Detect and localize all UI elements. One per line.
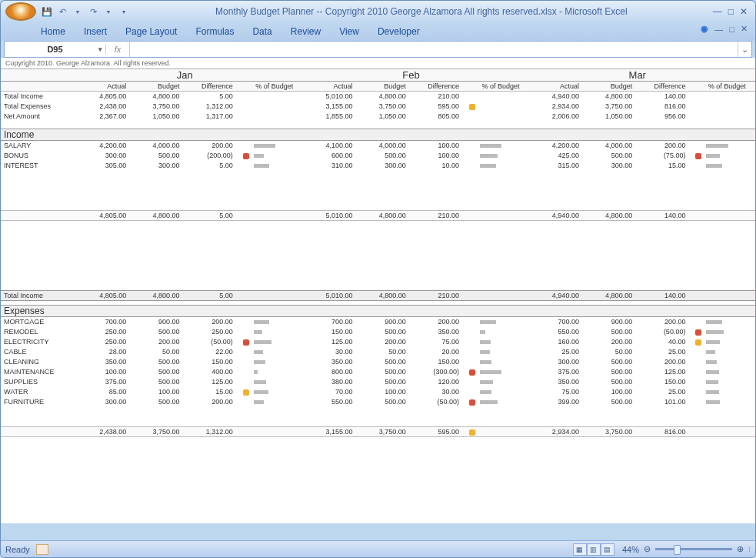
- cell[interactable]: 956.00: [635, 112, 688, 122]
- zoom-level[interactable]: 44%: [622, 545, 639, 554]
- cell[interactable]: 30.00: [302, 347, 355, 357]
- cell[interactable]: [688, 357, 704, 367]
- cell[interactable]: [462, 291, 478, 301]
- cell[interactable]: [478, 397, 523, 407]
- cell[interactable]: 120.00: [409, 377, 462, 387]
- cell[interactable]: [462, 387, 478, 397]
- cell[interactable]: 100.00: [582, 387, 635, 397]
- worksheet[interactable]: JanFebMarActualBudgetDifference% of Budg…: [1, 69, 755, 523]
- close-button[interactable]: ✕: [740, 6, 748, 17]
- cell[interactable]: 75.00: [529, 387, 582, 397]
- cell[interactable]: 700.00: [302, 317, 355, 327]
- cell[interactable]: [478, 112, 523, 122]
- cell[interactable]: CLEANING: [1, 357, 76, 367]
- cell[interactable]: 305.00: [76, 161, 129, 171]
- cell[interactable]: 200.00: [582, 337, 635, 347]
- cell[interactable]: [252, 347, 297, 357]
- cell[interactable]: 5,010.00: [302, 92, 355, 102]
- cell[interactable]: 4,000.00: [582, 141, 635, 151]
- cell[interactable]: 3,750.00: [582, 102, 635, 112]
- help-icon[interactable]: ◉: [701, 24, 708, 34]
- cell[interactable]: 500.00: [582, 151, 635, 161]
- cell[interactable]: [236, 102, 252, 112]
- cell[interactable]: 300.00: [582, 161, 635, 171]
- page-break-view-button[interactable]: ▤: [601, 543, 614, 556]
- cell[interactable]: [252, 161, 297, 171]
- cell[interactable]: 550.00: [302, 397, 355, 407]
- cell[interactable]: 816.00: [635, 427, 688, 437]
- cell[interactable]: 315.00: [529, 161, 582, 171]
- cell[interactable]: 101.00: [635, 397, 688, 407]
- cell[interactable]: 100.00: [356, 387, 409, 397]
- cell[interactable]: BONUS: [1, 151, 76, 161]
- cell[interactable]: 500.00: [356, 397, 409, 407]
- cell[interactable]: [478, 337, 523, 347]
- cell[interactable]: 4,805.00: [76, 92, 129, 102]
- cell[interactable]: 5.00: [183, 291, 236, 301]
- cell[interactable]: 2,934.00: [529, 102, 582, 112]
- cell[interactable]: 200.00: [183, 397, 236, 407]
- cell[interactable]: CABLE: [1, 347, 76, 357]
- cell[interactable]: 500.00: [129, 367, 182, 377]
- ribbon-close-button[interactable]: ✕: [741, 24, 748, 34]
- cell[interactable]: [236, 151, 252, 161]
- cell[interactable]: 4,200.00: [76, 141, 129, 151]
- cell[interactable]: [236, 337, 252, 347]
- cell[interactable]: 816.00: [635, 102, 688, 112]
- cell[interactable]: 210.00: [409, 92, 462, 102]
- cell[interactable]: 3,155.00: [302, 102, 355, 112]
- cell[interactable]: [688, 92, 704, 102]
- cell[interactable]: 5.00: [183, 211, 236, 221]
- cell[interactable]: 200.00: [635, 317, 688, 327]
- cell[interactable]: 25.00: [529, 347, 582, 357]
- cell[interactable]: 5,010.00: [302, 211, 355, 221]
- cell[interactable]: [704, 357, 749, 367]
- name-box[interactable]: D95: [5, 45, 106, 54]
- tab-review[interactable]: Review: [291, 26, 321, 37]
- cell[interactable]: [704, 347, 749, 357]
- cell[interactable]: [704, 367, 749, 377]
- cell[interactable]: 500.00: [129, 151, 182, 161]
- cell[interactable]: 20.00: [409, 347, 462, 357]
- cell[interactable]: 150.00: [635, 377, 688, 387]
- cell[interactable]: 3,750.00: [129, 427, 182, 437]
- cell[interactable]: [704, 291, 749, 301]
- cell[interactable]: (50.00): [635, 327, 688, 337]
- redo-icon[interactable]: ↷: [87, 5, 99, 18]
- cell[interactable]: 100.00: [76, 367, 129, 377]
- cell[interactable]: 350.00: [529, 377, 582, 387]
- cell[interactable]: 22.00: [183, 347, 236, 357]
- cell[interactable]: [688, 291, 704, 301]
- cell[interactable]: 350.00: [76, 357, 129, 367]
- cell[interactable]: 300.00: [356, 161, 409, 171]
- cell[interactable]: 375.00: [76, 377, 129, 387]
- cell[interactable]: 500.00: [129, 397, 182, 407]
- cell[interactable]: 1,855.00: [302, 112, 355, 122]
- zoom-in-button[interactable]: ⊕: [737, 544, 744, 554]
- cell[interactable]: 100.00: [409, 151, 462, 161]
- cell[interactable]: [236, 357, 252, 367]
- formula-expand-icon[interactable]: ⌄: [738, 42, 751, 57]
- cell[interactable]: 28.00: [76, 347, 129, 357]
- cell[interactable]: WATER: [1, 387, 76, 397]
- cell[interactable]: [252, 317, 297, 327]
- fx-icon[interactable]: fx: [111, 45, 125, 54]
- cell[interactable]: 900.00: [582, 317, 635, 327]
- cell[interactable]: 150.00: [183, 357, 236, 367]
- cell[interactable]: [462, 347, 478, 357]
- cell[interactable]: [252, 337, 297, 347]
- cell[interactable]: [688, 161, 704, 171]
- cell[interactable]: [236, 367, 252, 377]
- cell[interactable]: 50.00: [129, 347, 182, 357]
- cell[interactable]: 200.00: [409, 317, 462, 327]
- cell[interactable]: (200.00): [183, 151, 236, 161]
- cell[interactable]: 15.00: [635, 161, 688, 171]
- ribbon-restore-button[interactable]: □: [729, 25, 734, 34]
- minimize-button[interactable]: —: [713, 6, 722, 17]
- cell[interactable]: [236, 347, 252, 357]
- cell[interactable]: [704, 92, 749, 102]
- cell[interactable]: 595.00: [409, 102, 462, 112]
- cell[interactable]: 200.00: [635, 141, 688, 151]
- cell[interactable]: [478, 211, 523, 221]
- cell[interactable]: [704, 141, 749, 151]
